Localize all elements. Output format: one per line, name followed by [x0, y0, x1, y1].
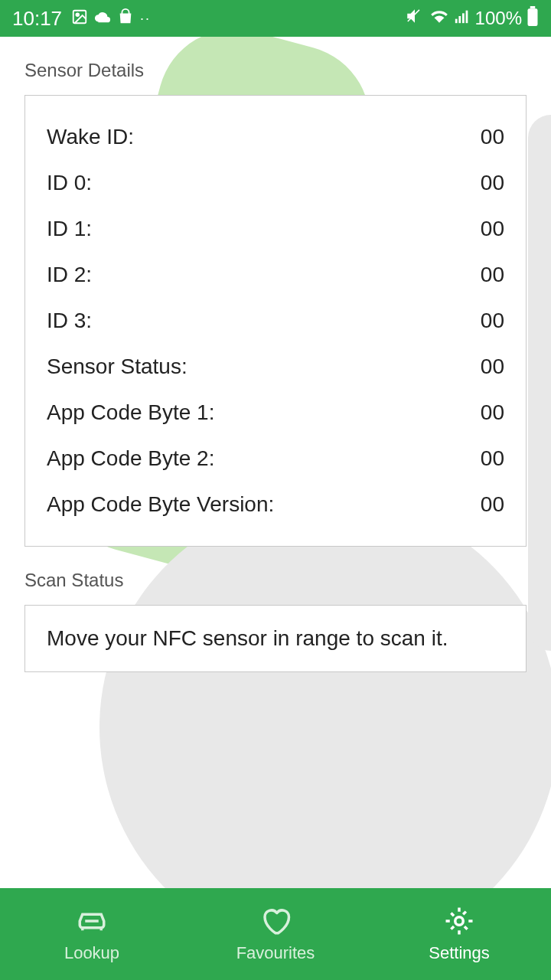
- sensor-row-label: Wake ID:: [47, 125, 134, 149]
- sensor-row-value: 00: [481, 263, 504, 287]
- wifi-icon: [429, 6, 449, 31]
- svg-rect-7: [530, 6, 536, 8]
- svg-rect-3: [458, 16, 461, 23]
- sensor-row: ID 1:00: [47, 206, 504, 252]
- sensor-row-value: 00: [481, 125, 504, 149]
- sensor-row: ID 0:00: [47, 160, 504, 206]
- sensor-row: ID 2:00: [47, 252, 504, 298]
- sensor-row-label: ID 0:: [47, 171, 92, 195]
- sensor-row-value: 00: [481, 217, 504, 241]
- sensor-row-label: App Code Byte Version:: [47, 492, 274, 517]
- sensor-row-value: 00: [481, 309, 504, 333]
- sensor-row: App Code Byte Version:00: [47, 482, 504, 528]
- sensor-details-title: Sensor Details: [24, 60, 527, 81]
- scan-status-title: Scan Status: [24, 570, 527, 591]
- sensor-row-value: 00: [481, 171, 504, 195]
- sensor-details-card: Wake ID:00ID 0:00ID 1:00ID 2:00ID 3:00Se…: [24, 95, 527, 547]
- more-icon: ··: [140, 11, 151, 27]
- bag-icon: [117, 7, 134, 31]
- svg-rect-4: [462, 13, 465, 23]
- sensor-row-label: ID 1:: [47, 217, 92, 241]
- sensor-row-label: App Code Byte 2:: [47, 446, 214, 471]
- sensor-row-label: ID 2:: [47, 263, 92, 287]
- signal-icon: [454, 8, 471, 29]
- sensor-row-label: Sensor Status:: [47, 354, 187, 379]
- status-bar: 10:17 ·· 100%: [0, 0, 551, 37]
- svg-point-8: [455, 917, 464, 926]
- nav-settings[interactable]: Settings: [367, 888, 551, 980]
- car-icon: [76, 905, 108, 937]
- cloud-icon: [94, 7, 111, 31]
- nav-lookup[interactable]: Lookup: [0, 888, 184, 980]
- nav-settings-label: Settings: [429, 943, 490, 963]
- sensor-row-value: 00: [481, 492, 504, 517]
- battery-percent: 100%: [475, 8, 522, 29]
- sensor-row-value: 00: [481, 446, 504, 471]
- image-icon: [71, 7, 88, 31]
- mute-icon: [405, 6, 425, 31]
- sensor-row-value: 00: [481, 354, 504, 379]
- scan-status-card: Move your NFC sensor in range to scan it…: [24, 605, 527, 672]
- gear-icon: [443, 905, 475, 937]
- nav-favourites[interactable]: Favourites: [184, 888, 367, 980]
- battery-icon: [527, 6, 539, 31]
- sensor-row-label: ID 3:: [47, 309, 92, 333]
- svg-point-1: [76, 13, 79, 16]
- sensor-row: Sensor Status:00: [47, 344, 504, 390]
- sensor-row: App Code Byte 1:00: [47, 390, 504, 436]
- sensor-row: Wake ID:00: [47, 114, 504, 160]
- svg-rect-5: [465, 11, 468, 24]
- sensor-row: ID 3:00: [47, 298, 504, 344]
- status-time: 10:17: [12, 7, 62, 31]
- sensor-row: App Code Byte 2:00: [47, 436, 504, 482]
- bottom-nav: Lookup Favourites Settings: [0, 888, 551, 980]
- heart-icon: [259, 905, 292, 937]
- nav-favourites-label: Favourites: [236, 943, 315, 963]
- scan-status-message: Move your NFC sensor in range to scan it…: [47, 626, 448, 650]
- sensor-row-label: App Code Byte 1:: [47, 400, 214, 425]
- svg-rect-2: [455, 19, 457, 23]
- sensor-row-value: 00: [481, 400, 504, 425]
- svg-rect-6: [528, 8, 538, 26]
- nav-lookup-label: Lookup: [64, 943, 119, 963]
